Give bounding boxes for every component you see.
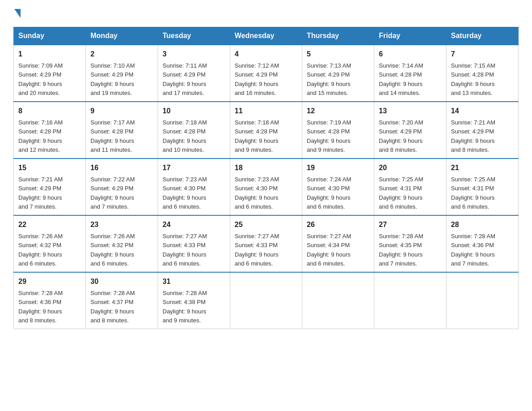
day-number: 11 [235,106,297,116]
day-info: Sunrise: 7:27 AMSunset: 4:33 PMDaylight:… [235,233,279,267]
day-number: 7 [451,49,514,60]
day-info: Sunrise: 7:16 AMSunset: 4:28 PMDaylight:… [18,119,63,153]
day-info: Sunrise: 7:27 AMSunset: 4:34 PMDaylight:… [307,233,351,267]
calendar-day-cell: 12 Sunrise: 7:19 AMSunset: 4:28 PMDaylig… [302,102,374,158]
day-number: 22 [18,219,81,230]
calendar-day-cell [446,272,519,329]
day-number: 12 [307,106,369,116]
calendar-day-cell: 3 Sunrise: 7:11 AMSunset: 4:29 PMDayligh… [158,45,230,102]
day-number: 30 [90,276,153,287]
day-info: Sunrise: 7:28 AMSunset: 4:36 PMDaylight:… [18,290,63,324]
calendar-day-cell: 7 Sunrise: 7:15 AMSunset: 4:28 PMDayligh… [446,45,519,102]
calendar-day-cell: 29 Sunrise: 7:28 AMSunset: 4:36 PMDaylig… [14,272,86,329]
calendar-day-cell: 25 Sunrise: 7:27 AMSunset: 4:33 PMDaylig… [230,215,302,272]
day-number: 31 [163,276,225,287]
calendar-day-cell: 18 Sunrise: 7:23 AMSunset: 4:30 PMDaylig… [230,158,302,215]
day-number: 1 [18,49,81,60]
day-info: Sunrise: 7:11 AMSunset: 4:29 PMDaylight:… [163,62,207,96]
day-of-week-header: Wednesday [230,27,302,45]
day-number: 28 [451,219,514,230]
day-info: Sunrise: 7:21 AMSunset: 4:29 PMDaylight:… [451,119,495,153]
calendar-day-cell: 28 Sunrise: 7:28 AMSunset: 4:36 PMDaylig… [446,215,519,272]
day-info: Sunrise: 7:28 AMSunset: 4:35 PMDaylight:… [379,233,423,267]
calendar-day-cell: 1 Sunrise: 7:09 AMSunset: 4:29 PMDayligh… [14,45,86,102]
calendar-day-cell: 4 Sunrise: 7:12 AMSunset: 4:29 PMDayligh… [230,45,302,102]
day-number: 25 [235,219,297,230]
day-info: Sunrise: 7:14 AMSunset: 4:28 PMDaylight:… [379,62,423,96]
day-info: Sunrise: 7:15 AMSunset: 4:28 PMDaylight:… [451,62,495,96]
day-of-week-header: Saturday [446,27,519,45]
day-number: 6 [379,49,442,60]
day-info: Sunrise: 7:23 AMSunset: 4:30 PMDaylight:… [163,176,207,210]
calendar-week-row: 8 Sunrise: 7:16 AMSunset: 4:28 PMDayligh… [14,102,519,158]
calendar-header-row: SundayMondayTuesdayWednesdayThursdayFrid… [14,27,519,45]
calendar-day-cell: 13 Sunrise: 7:20 AMSunset: 4:29 PMDaylig… [374,102,446,158]
calendar-day-cell: 30 Sunrise: 7:28 AMSunset: 4:37 PMDaylig… [86,272,158,329]
day-number: 9 [90,106,153,116]
day-number: 2 [90,49,153,60]
day-number: 26 [307,219,369,230]
calendar-week-row: 29 Sunrise: 7:28 AMSunset: 4:36 PMDaylig… [14,272,519,329]
day-info: Sunrise: 7:20 AMSunset: 4:29 PMDaylight:… [379,119,423,153]
day-info: Sunrise: 7:24 AMSunset: 4:30 PMDaylight:… [307,176,351,210]
calendar-day-cell: 17 Sunrise: 7:23 AMSunset: 4:30 PMDaylig… [158,158,230,215]
calendar-day-cell: 24 Sunrise: 7:27 AMSunset: 4:33 PMDaylig… [158,215,230,272]
day-number: 18 [235,163,297,173]
calendar-day-cell: 22 Sunrise: 7:26 AMSunset: 4:32 PMDaylig… [14,215,86,272]
calendar-day-cell: 11 Sunrise: 7:18 AMSunset: 4:28 PMDaylig… [230,102,302,158]
calendar-day-cell: 15 Sunrise: 7:21 AMSunset: 4:29 PMDaylig… [14,158,86,215]
logo-arrow-icon [14,9,21,18]
calendar-table: SundayMondayTuesdayWednesdayThursdayFrid… [13,27,519,329]
day-info: Sunrise: 7:28 AMSunset: 4:38 PMDaylight:… [163,290,207,324]
day-number: 19 [307,163,369,173]
calendar-day-cell: 19 Sunrise: 7:24 AMSunset: 4:30 PMDaylig… [302,158,374,215]
day-number: 3 [163,49,225,60]
day-info: Sunrise: 7:21 AMSunset: 4:29 PMDaylight:… [18,176,63,210]
calendar-day-cell: 21 Sunrise: 7:25 AMSunset: 4:31 PMDaylig… [446,158,519,215]
day-info: Sunrise: 7:12 AMSunset: 4:29 PMDaylight:… [235,62,279,96]
calendar-day-cell: 6 Sunrise: 7:14 AMSunset: 4:28 PMDayligh… [374,45,446,102]
day-number: 20 [379,163,442,173]
day-number: 27 [379,219,442,230]
day-info: Sunrise: 7:25 AMSunset: 4:31 PMDaylight:… [451,176,495,210]
calendar-day-cell [230,272,302,329]
page-header [13,9,519,18]
day-info: Sunrise: 7:25 AMSunset: 4:31 PMDaylight:… [379,176,423,210]
day-info: Sunrise: 7:22 AMSunset: 4:29 PMDaylight:… [90,176,135,210]
day-info: Sunrise: 7:19 AMSunset: 4:28 PMDaylight:… [307,119,351,153]
calendar-day-cell: 9 Sunrise: 7:17 AMSunset: 4:28 PMDayligh… [86,102,158,158]
calendar-week-row: 1 Sunrise: 7:09 AMSunset: 4:29 PMDayligh… [14,45,519,102]
day-info: Sunrise: 7:18 AMSunset: 4:28 PMDaylight:… [163,119,207,153]
day-of-week-header: Sunday [14,27,86,45]
day-of-week-header: Thursday [302,27,374,45]
day-number: 21 [451,163,514,173]
calendar-day-cell: 23 Sunrise: 7:26 AMSunset: 4:32 PMDaylig… [86,215,158,272]
day-number: 14 [451,106,514,116]
day-number: 5 [307,49,369,60]
day-number: 24 [163,219,225,230]
logo [13,9,21,18]
calendar-day-cell: 5 Sunrise: 7:13 AMSunset: 4:29 PMDayligh… [302,45,374,102]
day-number: 29 [18,276,81,287]
day-of-week-header: Tuesday [158,27,230,45]
day-number: 16 [90,163,153,173]
calendar-day-cell [302,272,374,329]
day-number: 8 [18,106,81,116]
day-number: 4 [235,49,297,60]
calendar-day-cell: 16 Sunrise: 7:22 AMSunset: 4:29 PMDaylig… [86,158,158,215]
calendar-day-cell: 14 Sunrise: 7:21 AMSunset: 4:29 PMDaylig… [446,102,519,158]
day-info: Sunrise: 7:23 AMSunset: 4:30 PMDaylight:… [235,176,279,210]
day-number: 13 [379,106,442,116]
calendar-day-cell: 20 Sunrise: 7:25 AMSunset: 4:31 PMDaylig… [374,158,446,215]
day-info: Sunrise: 7:18 AMSunset: 4:28 PMDaylight:… [235,119,279,153]
day-number: 15 [18,163,81,173]
day-info: Sunrise: 7:28 AMSunset: 4:37 PMDaylight:… [90,290,135,324]
day-info: Sunrise: 7:10 AMSunset: 4:29 PMDaylight:… [90,62,135,96]
calendar-week-row: 15 Sunrise: 7:21 AMSunset: 4:29 PMDaylig… [14,158,519,215]
day-info: Sunrise: 7:26 AMSunset: 4:32 PMDaylight:… [18,233,63,267]
day-of-week-header: Friday [374,27,446,45]
calendar-week-row: 22 Sunrise: 7:26 AMSunset: 4:32 PMDaylig… [14,215,519,272]
day-of-week-header: Monday [86,27,158,45]
day-number: 23 [90,219,153,230]
calendar-day-cell: 10 Sunrise: 7:18 AMSunset: 4:28 PMDaylig… [158,102,230,158]
